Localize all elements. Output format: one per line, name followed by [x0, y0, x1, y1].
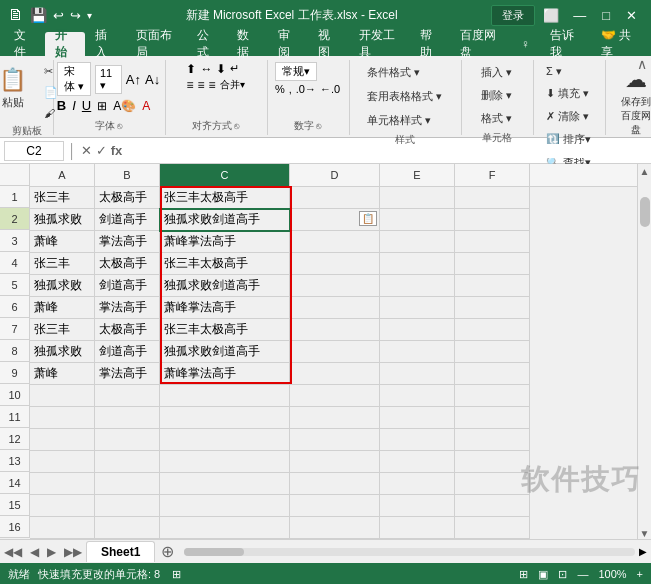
- cell-D7[interactable]: [290, 319, 380, 341]
- italic-button[interactable]: I: [72, 98, 76, 113]
- cell-C2[interactable]: 独孤求败剑道高手: [160, 209, 290, 231]
- cell-C13[interactable]: [160, 451, 290, 473]
- cell-B3[interactable]: 掌法高手: [95, 231, 160, 253]
- zoom-out-btn[interactable]: —: [577, 568, 588, 580]
- tab-help[interactable]: 帮助: [410, 32, 451, 56]
- cell-B7[interactable]: 太极高手: [95, 319, 160, 341]
- cell-C7[interactable]: 张三丰太极高手: [160, 319, 290, 341]
- row-header-11[interactable]: 11: [0, 406, 30, 428]
- cell-C16[interactable]: [160, 517, 290, 539]
- cell-B14[interactable]: [95, 473, 160, 495]
- cell-C9[interactable]: 萧峰掌法高手: [160, 363, 290, 385]
- col-header-E[interactable]: E: [380, 164, 455, 186]
- tab-view[interactable]: 视图: [308, 32, 349, 56]
- row-header-12[interactable]: 12: [0, 428, 30, 450]
- row-header-2[interactable]: 2: [0, 208, 30, 230]
- tab-tellme[interactable]: 告诉我: [540, 32, 591, 56]
- cell-D9[interactable]: [290, 363, 380, 385]
- cell-D5[interactable]: [290, 275, 380, 297]
- sheet-nav-next[interactable]: ▶: [43, 545, 60, 559]
- cell-F15[interactable]: [455, 495, 530, 517]
- row-header-3[interactable]: 3: [0, 230, 30, 252]
- cell-A12[interactable]: [30, 429, 95, 451]
- scroll-down-btn[interactable]: ▼: [640, 528, 650, 539]
- cell-E12[interactable]: [380, 429, 455, 451]
- tab-formula[interactable]: 公式: [187, 32, 228, 56]
- cell-E9[interactable]: [380, 363, 455, 385]
- tab-search[interactable]: ♀: [511, 32, 540, 56]
- cell-C11[interactable]: [160, 407, 290, 429]
- delete-cells-btn[interactable]: 删除 ▾: [476, 85, 517, 106]
- thousand-sep-btn[interactable]: ,: [289, 83, 292, 95]
- tab-data[interactable]: 数据: [227, 32, 268, 56]
- cell-F8[interactable]: [455, 341, 530, 363]
- status-macro-icon[interactable]: ⊞: [172, 568, 181, 581]
- cell-E14[interactable]: [380, 473, 455, 495]
- row-header-7[interactable]: 7: [0, 318, 30, 340]
- cell-A9[interactable]: 萧峰: [30, 363, 95, 385]
- save-baidu-btn[interactable]: ☁ 保存到百度网盘: [612, 62, 651, 142]
- cell-E13[interactable]: [380, 451, 455, 473]
- cell-A3[interactable]: 萧峰: [30, 231, 95, 253]
- col-header-B[interactable]: B: [95, 164, 160, 186]
- window-minimize-btn[interactable]: —: [567, 6, 592, 25]
- cell-D12[interactable]: [290, 429, 380, 451]
- add-sheet-btn[interactable]: ⊕: [155, 542, 180, 561]
- table-format-btn[interactable]: 套用表格格式 ▾: [362, 86, 447, 107]
- font-family-select[interactable]: 宋体 ▾: [57, 62, 91, 96]
- cell-D10[interactable]: [290, 385, 380, 407]
- cell-E2[interactable]: [380, 209, 455, 231]
- cell-A14[interactable]: [30, 473, 95, 495]
- align-center-btn[interactable]: ≡: [197, 78, 204, 92]
- cell-E11[interactable]: [380, 407, 455, 429]
- conditional-format-btn[interactable]: 条件格式 ▾: [362, 62, 425, 83]
- cell-F5[interactable]: [455, 275, 530, 297]
- tab-review[interactable]: 审阅: [268, 32, 309, 56]
- cell-F4[interactable]: [455, 253, 530, 275]
- cell-E16[interactable]: [380, 517, 455, 539]
- cell-B15[interactable]: [95, 495, 160, 517]
- cell-B1[interactable]: 太极高手: [95, 187, 160, 209]
- cell-D14[interactable]: [290, 473, 380, 495]
- scroll-right-btn[interactable]: ▶: [639, 546, 647, 557]
- row-header-9[interactable]: 9: [0, 362, 30, 384]
- cell-C4[interactable]: 张三丰太极高手: [160, 253, 290, 275]
- login-button[interactable]: 登录: [491, 5, 535, 26]
- merge-btn[interactable]: 合并▾: [220, 78, 245, 92]
- window-close-btn[interactable]: ✕: [620, 6, 643, 25]
- ribbon-collapse-btn[interactable]: ∧: [637, 56, 647, 72]
- window-maximize-btn[interactable]: ⬜: [539, 8, 563, 23]
- col-header-C[interactable]: C: [160, 164, 290, 186]
- cell-A8[interactable]: 独孤求败: [30, 341, 95, 363]
- cell-A1[interactable]: 张三丰: [30, 187, 95, 209]
- font-color-button[interactable]: A: [142, 99, 150, 113]
- scrollbar-thumb[interactable]: [640, 197, 650, 227]
- fill-btn[interactable]: ⬇ 填充 ▾: [541, 83, 594, 104]
- confirm-formula-btn[interactable]: ✓: [96, 143, 107, 158]
- paste-options-icon[interactable]: 📋: [359, 211, 377, 226]
- cell-A13[interactable]: [30, 451, 95, 473]
- row-header-6[interactable]: 6: [0, 296, 30, 318]
- window-restore-btn[interactable]: □: [596, 6, 616, 25]
- view-pagebreak-btn[interactable]: ⊡: [558, 568, 567, 581]
- number-format-select[interactable]: 常规 ▾: [275, 62, 317, 81]
- cell-E10[interactable]: [380, 385, 455, 407]
- tab-file[interactable]: 文件: [4, 32, 45, 56]
- quick-access-save[interactable]: 💾: [30, 7, 47, 23]
- cell-B4[interactable]: 太极高手: [95, 253, 160, 275]
- cell-C8[interactable]: 独孤求败剑道高手: [160, 341, 290, 363]
- row-header-4[interactable]: 4: [0, 252, 30, 274]
- cell-C5[interactable]: 独孤求败剑道高手: [160, 275, 290, 297]
- format-cells-btn[interactable]: 格式 ▾: [476, 108, 517, 129]
- tab-home[interactable]: 开始: [45, 32, 86, 56]
- cell-D8[interactable]: [290, 341, 380, 363]
- cell-D13[interactable]: [290, 451, 380, 473]
- vertical-scrollbar[interactable]: ▲ ▼: [637, 164, 651, 539]
- cell-D6[interactable]: [290, 297, 380, 319]
- cell-B16[interactable]: [95, 517, 160, 539]
- row-header-10[interactable]: 10: [0, 384, 30, 406]
- tab-page-layout[interactable]: 页面布局: [126, 32, 187, 56]
- align-right-btn[interactable]: ≡: [209, 78, 216, 92]
- cell-E1[interactable]: [380, 187, 455, 209]
- decrease-decimal-btn[interactable]: ←.0: [320, 83, 340, 95]
